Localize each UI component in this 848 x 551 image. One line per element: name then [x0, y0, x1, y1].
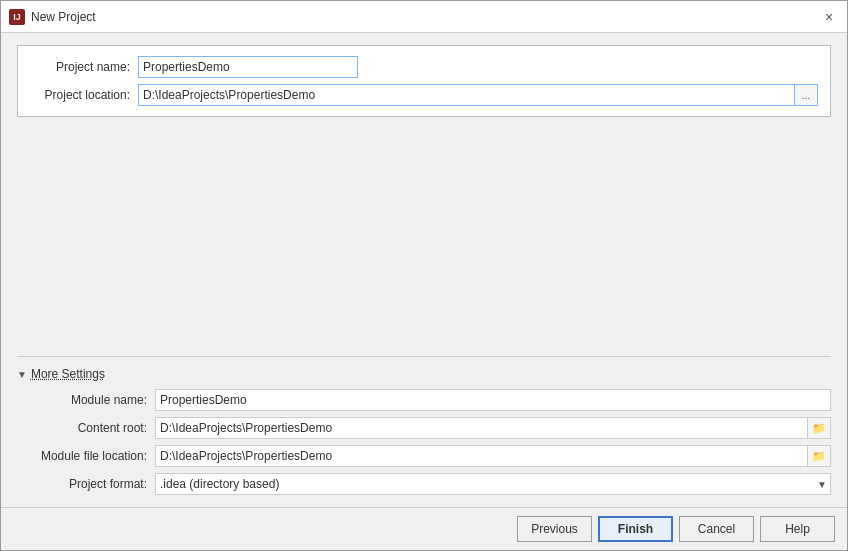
close-button[interactable]: ×: [819, 7, 839, 27]
dialog-title: New Project: [31, 10, 96, 24]
location-input-wrapper: ...: [138, 84, 818, 106]
more-settings-toggle[interactable]: ▼ More Settings: [17, 367, 831, 389]
content-root-label: Content root:: [17, 421, 147, 435]
new-project-dialog: IJ New Project × Project name: Project l…: [0, 0, 848, 551]
module-name-row: Module name:: [17, 389, 831, 411]
app-icon: IJ: [9, 9, 25, 25]
project-name-label: Project name:: [30, 60, 130, 74]
module-file-location-row: Module file location: 📁: [17, 445, 831, 467]
previous-button[interactable]: Previous: [517, 516, 592, 542]
project-location-label: Project location:: [30, 88, 130, 102]
module-name-label: Module name:: [17, 393, 147, 407]
project-form-area: Project name: Project location: ...: [17, 45, 831, 117]
dialog-footer: Previous Finish Cancel Help: [1, 507, 847, 550]
title-bar-left: IJ New Project: [9, 9, 96, 25]
module-file-location-label: Module file location:: [17, 449, 147, 463]
more-settings-label: More Settings: [31, 367, 105, 381]
content-root-browse-button[interactable]: 📁: [807, 417, 831, 439]
chevron-down-icon: ▼: [17, 369, 27, 380]
finish-button[interactable]: Finish: [598, 516, 673, 542]
project-name-row: Project name:: [30, 56, 818, 78]
content-root-row: Content root: 📁: [17, 417, 831, 439]
title-bar: IJ New Project ×: [1, 1, 847, 33]
spacer: [17, 117, 831, 356]
project-format-select[interactable]: .idea (directory based): [155, 473, 831, 495]
project-name-input[interactable]: [138, 56, 358, 78]
content-root-input[interactable]: [155, 417, 807, 439]
content-root-input-group: 📁: [155, 417, 831, 439]
project-format-row: Project format: .idea (directory based) …: [17, 473, 831, 495]
help-button[interactable]: Help: [760, 516, 835, 542]
project-format-label: Project format:: [17, 477, 147, 491]
module-file-location-browse-button[interactable]: 📁: [807, 445, 831, 467]
project-location-input[interactable]: [138, 84, 794, 106]
dialog-content: Project name: Project location: ... ▼ Mo…: [1, 33, 847, 507]
location-browse-button[interactable]: ...: [794, 84, 818, 106]
module-file-location-input[interactable]: [155, 445, 807, 467]
module-file-location-input-group: 📁: [155, 445, 831, 467]
settings-grid: Module name: Content root: 📁 Module file…: [17, 389, 831, 495]
more-settings-section: ▼ More Settings Module name: Content roo…: [17, 356, 831, 495]
project-location-row: Project location: ...: [30, 84, 818, 106]
project-format-select-wrapper: .idea (directory based) ▼: [155, 473, 831, 495]
cancel-button[interactable]: Cancel: [679, 516, 754, 542]
module-name-input[interactable]: [155, 389, 831, 411]
